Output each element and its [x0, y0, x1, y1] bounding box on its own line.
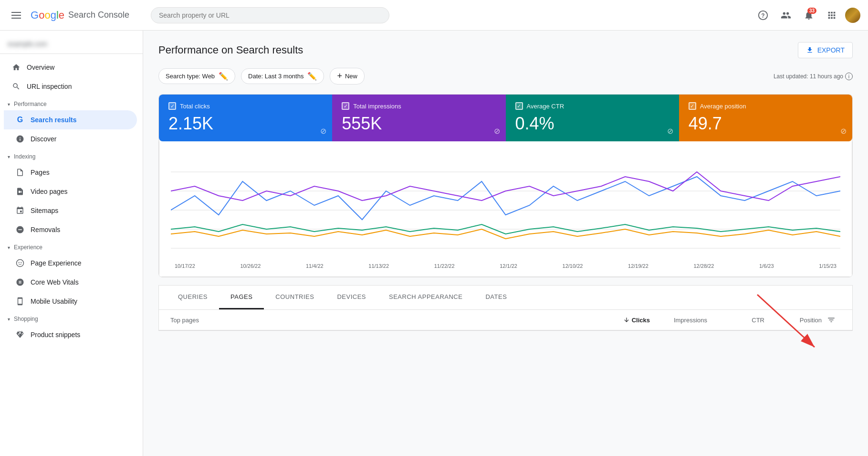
notifications-badge: 33	[807, 8, 816, 14]
metric-header-clicks: Total clicks	[168, 102, 323, 110]
diamond-icon	[15, 330, 25, 339]
search-results-label: Search results	[31, 116, 77, 124]
sidebar: example.com Overview URL inspection ▾ Pe…	[0, 31, 143, 456]
table-col-impressions[interactable]: Impressions	[650, 317, 707, 324]
core-web-vitals-label: Core Web Vitals	[31, 278, 79, 286]
sidebar-item-search-results[interactable]: G Search results	[4, 110, 137, 129]
date-7: 12/19/22	[628, 263, 648, 269]
removals-label: Removals	[31, 226, 60, 233]
performance-section-header[interactable]: ▾ Performance	[0, 96, 143, 110]
filter-icon	[827, 316, 836, 324]
date-range-filter[interactable]: Date: Last 3 months ✏️	[241, 68, 324, 84]
chevron-down-icon-shopping: ▾	[8, 317, 10, 322]
export-button[interactable]: EXPORT	[798, 42, 853, 58]
help-button[interactable]: ?	[753, 6, 773, 25]
shopping-section-header[interactable]: ▾ Shopping	[0, 311, 143, 325]
sidebar-item-core-web-vitals[interactable]: Core Web Vitals	[4, 273, 137, 292]
sidebar-item-overview[interactable]: Overview	[0, 58, 137, 77]
metric-card-ctr[interactable]: Average CTR 0.4% ⊘	[506, 95, 679, 141]
tab-countries[interactable]: COUNTRIES	[264, 286, 325, 309]
ctr-value: 0.4%	[515, 114, 669, 134]
metric-card-clicks[interactable]: Total clicks 2.15K ⊘	[159, 95, 332, 141]
app-body: example.com Overview URL inspection ▾ Pe…	[0, 0, 868, 456]
apps-grid-icon	[826, 10, 837, 21]
date-3: 11/13/22	[368, 263, 389, 269]
sidebar-item-video-pages[interactable]: Video pages	[4, 182, 137, 201]
notifications-button[interactable]: 33	[799, 6, 818, 25]
date-0: 10/17/22	[175, 263, 195, 269]
date-9: 1/6/23	[759, 263, 774, 269]
sidebar-item-pages[interactable]: Pages	[4, 163, 137, 182]
search-type-label: Search type: Web	[166, 73, 215, 80]
accounts-icon	[781, 10, 791, 21]
sidebar-item-sitemaps[interactable]: Sitemaps	[4, 201, 137, 220]
apps-button[interactable]	[822, 6, 841, 25]
ctr-checkbox[interactable]	[515, 102, 523, 110]
impressions-checkbox[interactable]	[342, 102, 349, 110]
table-header-row: Top pages Clicks Impressions CTR Positio…	[159, 310, 852, 330]
table-col-clicks[interactable]: Clicks	[593, 317, 650, 324]
tab-devices[interactable]: DEVICES	[325, 286, 377, 309]
sidebar-item-page-experience[interactable]: Page Experience	[4, 254, 137, 273]
indexing-section-header[interactable]: ▾ Indexing	[0, 148, 143, 163]
main-content: Performance on Search results EXPORT Sea…	[143, 31, 868, 456]
nav-search-input[interactable]	[151, 7, 389, 23]
home-icon	[11, 63, 21, 72]
ctr-label: Average CTR	[527, 103, 565, 110]
google-wordmark: Google	[31, 9, 64, 21]
sidebar-item-product-snippets[interactable]: Product snippets	[4, 325, 137, 344]
date-2: 11/4/22	[306, 263, 324, 269]
chart-dates: 10/17/22 10/26/22 11/4/22 11/13/22 11/22…	[171, 263, 840, 269]
discover-label: Discover	[31, 135, 56, 143]
experience-section-header[interactable]: ▾ Experience	[0, 239, 143, 254]
metric-header-position: Average position	[689, 102, 843, 110]
accounts-button[interactable]	[776, 6, 795, 25]
table-col-main: Top pages	[170, 317, 593, 324]
indexing-section-label: Indexing	[14, 153, 35, 160]
clicks-value: 2.15K	[168, 114, 323, 134]
search-icon	[11, 82, 21, 91]
new-filter-button[interactable]: + New	[330, 68, 365, 85]
tab-pages[interactable]: PAGES	[219, 286, 264, 309]
user-avatar[interactable]	[845, 8, 860, 23]
date-1: 10/26/22	[240, 263, 261, 269]
hamburger-menu[interactable]	[8, 8, 25, 22]
svg-point-4	[21, 262, 21, 263]
metric-card-impressions[interactable]: Total impressions 555K ⊘	[332, 95, 505, 141]
gauge-icon	[15, 277, 25, 287]
property-selector[interactable]: example.com	[0, 34, 143, 54]
position-value: 49.7	[689, 114, 843, 134]
position-info-icon: ⊘	[840, 127, 847, 136]
sidebar-item-mobile-usability[interactable]: Mobile Usability	[4, 292, 137, 311]
sidebar-item-removals[interactable]: Removals	[4, 220, 137, 239]
metric-header-ctr: Average CTR	[515, 102, 669, 110]
sidebar-item-discover[interactable]: Discover	[4, 129, 137, 148]
table-col-ctr[interactable]: CTR	[707, 317, 764, 324]
sitemap-icon	[15, 206, 25, 215]
last-updated: Last updated: 11 hours ago i	[774, 73, 853, 80]
experience-section-label: Experience	[14, 244, 42, 251]
clicks-checkbox[interactable]	[168, 102, 176, 110]
impressions-label: Total impressions	[353, 103, 401, 110]
tab-search-appearance[interactable]: SEARCH APPEARANCE	[377, 286, 474, 309]
new-label: New	[345, 73, 357, 80]
edit-icon: ✏️	[219, 72, 228, 81]
tab-dates[interactable]: DATES	[474, 286, 518, 309]
asterisk-icon	[15, 134, 25, 144]
position-checkbox[interactable]	[689, 102, 696, 110]
info-icon: i	[845, 73, 853, 80]
metric-card-position[interactable]: Average position 49.7 ⊘	[679, 95, 852, 141]
sidebar-item-url-inspection[interactable]: URL inspection	[0, 77, 137, 96]
arrow-down-icon	[623, 317, 630, 323]
page-exp-icon	[15, 258, 25, 268]
table-col-position[interactable]: Position	[764, 317, 822, 324]
metric-header-impressions: Total impressions	[342, 102, 496, 110]
mobile-usability-label: Mobile Usability	[31, 297, 77, 305]
filter-icon-area[interactable]	[822, 316, 841, 324]
search-type-filter[interactable]: Search type: Web ✏️	[158, 68, 235, 84]
top-navbar: Google Search Console ? 33	[0, 0, 868, 31]
product-name: Search Console	[68, 10, 129, 20]
svg-text:?: ?	[761, 12, 764, 19]
url-inspection-label: URL inspection	[27, 83, 72, 90]
tab-queries[interactable]: QUERIES	[167, 286, 219, 309]
